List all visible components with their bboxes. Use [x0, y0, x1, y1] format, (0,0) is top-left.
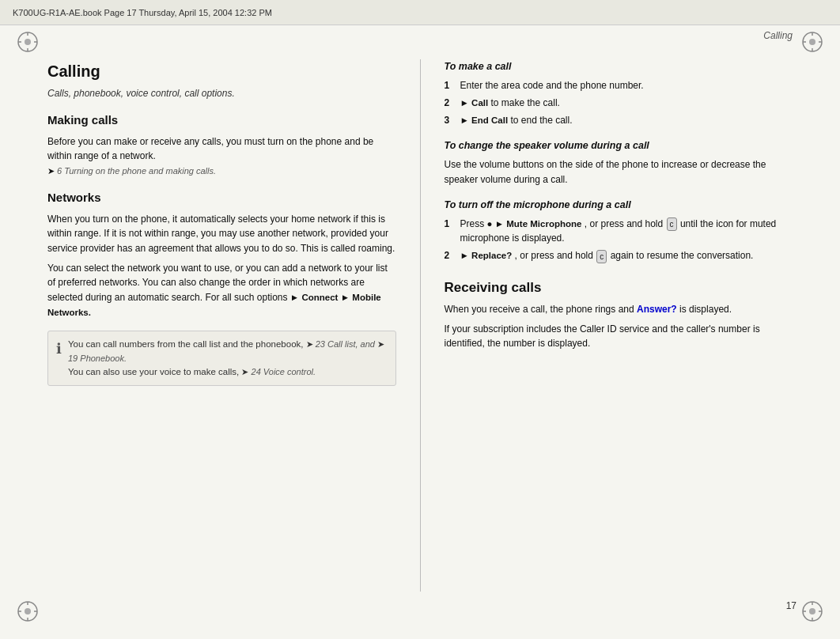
step-text-1: Enter the area code and the phone number… — [460, 78, 793, 93]
proc-volume-body: Use the volume buttons on the side of th… — [445, 157, 793, 187]
step-text-3: ► End Call to end the call. — [460, 113, 793, 127]
mute-step-text-1: Press ● ► Mute Microphone , or press and… — [460, 217, 793, 245]
receiving-calls-title: Receiving calls — [445, 278, 793, 298]
right-header: Calling — [763, 30, 793, 41]
proc-volume-title: To change the speaker volume during a ca… — [445, 138, 793, 153]
proc-make-call-title: To make a call — [445, 59, 793, 74]
column-divider — [420, 59, 421, 592]
corner-decoration-br — [800, 599, 824, 623]
right-column: To make a call 1 Enter the area code and… — [445, 59, 793, 592]
making-calls-ref: 6 Turning on the phone and making calls. — [57, 166, 216, 176]
proc-mute-title: To turn off the microphone during a call — [445, 198, 793, 213]
networks-body2: You can select the network you want to u… — [47, 261, 396, 320]
corner-decoration-tl — [16, 30, 40, 54]
svg-point-7 — [809, 39, 815, 45]
step-num-1: 1 — [445, 78, 456, 93]
making-calls-title: Making calls — [47, 112, 396, 130]
receiving-body2: If your subscription includes the Caller… — [445, 322, 793, 351]
make-call-step-1: 1 Enter the area code and the phone numb… — [445, 78, 793, 93]
mute-step-num-2: 2 — [445, 248, 456, 263]
networks-body: When you turn on the phone, it automatic… — [47, 212, 396, 320]
make-call-step-3: 3 ► End Call to end the call. — [445, 113, 793, 127]
networks-body1: When you turn on the phone, it automatic… — [47, 212, 396, 256]
step-text-2: ► Call to make the call. — [460, 96, 793, 110]
page: K700UG-R1A-AE.book Page 17 Thursday, Apr… — [0, 0, 840, 639]
info-box: ℹ You can call numbers from the call lis… — [47, 331, 396, 386]
receiving-calls-body: When you receive a call, the phone rings… — [445, 302, 793, 351]
info-icon: ℹ — [56, 338, 62, 379]
mute-step-text-2: ► Replace? , or press and hold c again t… — [460, 248, 793, 263]
step-num-3: 3 — [445, 113, 456, 127]
corner-decoration-tr — [800, 30, 824, 54]
making-calls-body: Before you can make or receive any calls… — [47, 134, 396, 179]
header-text: K700UG-R1A-AE.book Page 17 Thursday, Apr… — [13, 8, 272, 17]
mute-step-1: 1 Press ● ► Mute Microphone , or press a… — [445, 217, 793, 245]
make-call-step-2: 2 ► Call to make the call. — [445, 96, 793, 110]
step-num-2: 2 — [445, 96, 456, 110]
svg-point-1 — [25, 39, 31, 45]
svg-point-19 — [809, 608, 815, 614]
svg-point-13 — [25, 608, 31, 614]
header-bar: K700UG-R1A-AE.book Page 17 Thursday, Apr… — [0, 0, 840, 25]
main-subtitle: Calls, phonebook, voice control, call op… — [47, 86, 396, 100]
key-c-2: c — [596, 250, 607, 263]
mute-step-2: 2 ► Replace? , or press and hold c again… — [445, 248, 793, 263]
left-column: Calling Calls, phonebook, voice control,… — [47, 59, 396, 592]
making-calls-arrow: ➤ — [47, 166, 57, 176]
page-number: 17 — [786, 600, 796, 611]
answer-highlight: Answer? — [637, 304, 677, 315]
mute-step-num-1: 1 — [445, 217, 456, 245]
networks-title: Networks — [47, 189, 396, 207]
content-area: Calling Calls, phonebook, voice control,… — [47, 59, 793, 592]
main-title: Calling — [47, 59, 396, 83]
corner-decoration-bl — [16, 599, 40, 623]
info-box-text: You can call numbers from the call list … — [68, 338, 388, 379]
key-c-1: c — [667, 217, 677, 231]
